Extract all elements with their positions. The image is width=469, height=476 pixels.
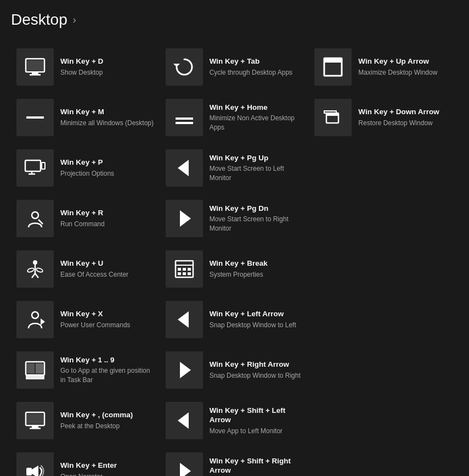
win-right-key: Win Key + Right Arrow	[210, 360, 304, 369]
win-break-key: Win Key + Break	[210, 259, 304, 268]
win-comma-key: Win Key + , (comma)	[60, 410, 155, 420]
svg-rect-42	[36, 363, 43, 373]
shortcut-item	[309, 345, 458, 395]
svg-rect-7	[26, 116, 44, 119]
shortcut-item: Win Key + Home Minimize Non Active Deskt…	[160, 92, 309, 143]
win-right-icon	[166, 351, 203, 389]
win-pgdn-icon	[166, 200, 203, 237]
win-u-icon	[16, 250, 54, 288]
win-p-key: Win Key + P	[60, 158, 155, 167]
win-down-desc: Restore Desktop Window	[358, 119, 453, 128]
svg-rect-14	[42, 163, 45, 169]
shortcut-item: Win Key + Break System Properties	[160, 244, 309, 294]
svg-marker-38	[178, 311, 189, 328]
win-pgdn-key: Win Key + Pg Dn	[210, 204, 304, 214]
svg-line-27	[35, 273, 38, 278]
shortcut-item: Win Key + , (comma) Peek at the Desktop	[11, 395, 160, 446]
win-shift-left-key: Win Key + Shift + Left Arrow	[210, 406, 304, 425]
shortcut-item	[309, 193, 458, 244]
shortcut-item: Win Key + X Power User Commands	[11, 294, 160, 345]
win-p-desc: Projection Options	[60, 169, 155, 178]
win-pgdn-desc: Move Start Screen to Right Monitor	[210, 215, 304, 233]
svg-rect-47	[27, 414, 43, 424]
win-tab-desc: Cycle through Desktop Apps	[210, 68, 304, 77]
win-m-desc: Minimize all Windows (Desktop)	[60, 119, 155, 128]
shortcut-item: Win Key + Up Arrow Maximize Desktop Wind…	[309, 42, 458, 92]
svg-point-24	[36, 267, 43, 273]
svg-marker-37	[41, 318, 45, 325]
win-left-icon	[166, 301, 203, 338]
win-left-desc: Snap Desktop Window to Left	[210, 321, 304, 330]
win-enter-key: Win Key + Enter	[60, 461, 155, 471]
svg-rect-31	[183, 268, 186, 271]
shortcut-item	[309, 244, 458, 294]
win-pgup-icon	[166, 149, 203, 187]
win-tab-icon	[166, 48, 203, 86]
win-tab-key: Win Key + Tab	[210, 57, 304, 66]
win-break-icon	[166, 250, 203, 288]
svg-rect-30	[178, 268, 181, 271]
win-right-desc: Snap Desktop Window to Right	[210, 371, 304, 380]
shortcut-item	[309, 395, 458, 446]
shortcut-item: Win Key + D Show Desktop	[11, 42, 160, 92]
win-shift-left-desc: Move App to Left Monitor	[210, 427, 304, 436]
svg-marker-21	[180, 210, 191, 227]
win-home-desc: Minimize Non Active Desktop Apps	[210, 114, 304, 132]
shortcut-item: Win Key + Down Arrow Restore Desktop Win…	[309, 92, 458, 143]
shortcut-item	[309, 294, 458, 345]
svg-rect-8	[176, 122, 193, 124]
win-p-icon	[16, 149, 54, 187]
svg-marker-43	[180, 362, 191, 378]
win-home-icon	[166, 99, 203, 136]
svg-rect-33	[178, 272, 181, 275]
page-title: Desktop	[11, 11, 67, 29]
shortcut-item: Win Key + Enter Open Narrator	[11, 446, 160, 476]
win-enter-desc: Open Narrator	[60, 472, 155, 476]
page-header: Desktop ›	[11, 11, 458, 29]
shortcut-item: Win Key + Pg Up Move Start Screen to Lef…	[160, 143, 309, 193]
svg-point-19	[32, 212, 38, 219]
win-m-icon	[16, 99, 54, 136]
win-pgup-key: Win Key + Pg Up	[210, 153, 304, 163]
svg-marker-50	[180, 463, 191, 476]
svg-rect-49	[26, 468, 32, 475]
shortcut-item: Win Key + R Run Command	[11, 193, 160, 244]
svg-rect-1	[32, 72, 38, 74]
svg-point-36	[32, 312, 38, 318]
win-down-icon	[314, 99, 352, 136]
shortcut-item: Win Key + 1 .. 9 Go to App at the given …	[11, 345, 160, 395]
svg-rect-35	[188, 272, 191, 275]
win-pgup-desc: Move Start Screen to Left Monitor	[210, 164, 304, 183]
svg-rect-9	[176, 117, 193, 120]
svg-point-22	[33, 260, 37, 265]
win-enter-icon	[16, 452, 54, 476]
win-break-desc: System Properties	[210, 270, 304, 279]
win-x-key: Win Key + X	[60, 309, 155, 319]
win-d-icon	[16, 48, 54, 86]
shortcut-item: Win Key + Shift + Left Arrow Move App to…	[160, 395, 309, 446]
svg-rect-46	[30, 428, 41, 429]
svg-rect-45	[32, 425, 38, 428]
win-d-key: Win Key + D	[60, 57, 155, 66]
shortcut-item: Win Key + M Minimize all Windows (Deskto…	[11, 92, 160, 143]
shortcut-item: Win Key + P Projection Options	[11, 143, 160, 193]
win-comma-icon	[16, 402, 54, 439]
svg-rect-6	[324, 58, 342, 63]
win-x-desc: Power User Commands	[60, 321, 155, 330]
shortcut-item: Win Key + Left Arrow Snap Desktop Window…	[160, 294, 309, 345]
win-m-key: Win Key + M	[60, 107, 155, 117]
win-shift-right-icon	[166, 452, 203, 476]
win-up-icon	[314, 48, 352, 86]
svg-rect-32	[188, 268, 191, 271]
shortcut-item: Win Key + Right Arrow Snap Desktop Windo…	[160, 345, 309, 395]
svg-line-26	[32, 273, 35, 278]
breadcrumb-arrow: ›	[73, 14, 76, 26]
win-x-icon	[16, 301, 54, 338]
svg-rect-12	[324, 111, 336, 113]
svg-rect-40	[26, 375, 44, 379]
win-up-key: Win Key + Up Arrow	[358, 57, 453, 66]
win-u-desc: Ease Of Access Center	[60, 270, 155, 279]
win-1-9-desc: Go to App at the given position in Task …	[60, 366, 155, 385]
win-1-9-key: Win Key + 1 .. 9	[60, 355, 155, 365]
shortcut-item: Win Key + Shift + Right Arrow Move App t…	[160, 446, 309, 476]
